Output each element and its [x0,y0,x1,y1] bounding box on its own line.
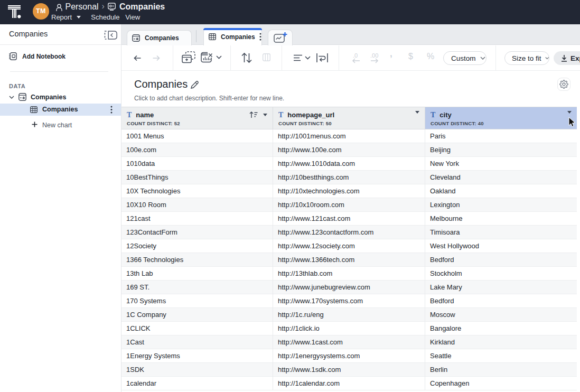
svg-text:.00: .00 [370,53,378,59]
svg-text:.0: .0 [353,53,358,59]
